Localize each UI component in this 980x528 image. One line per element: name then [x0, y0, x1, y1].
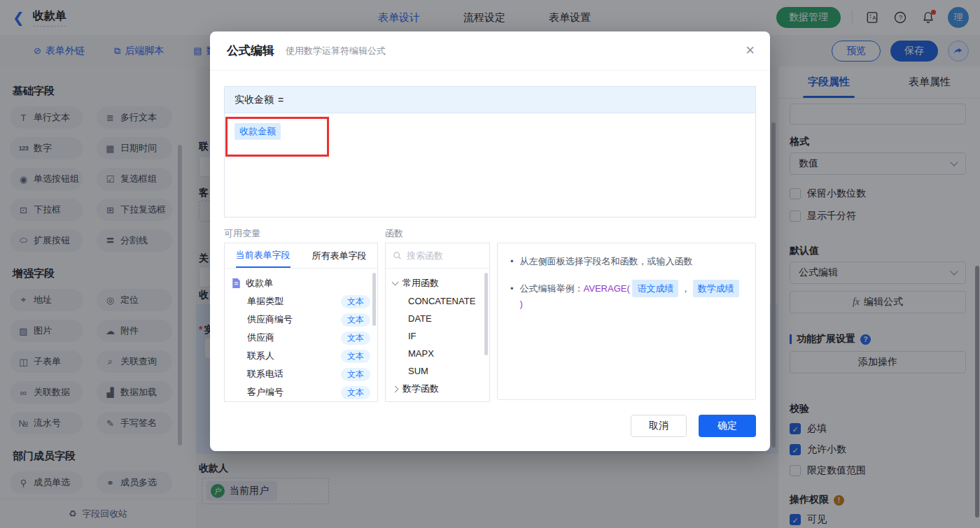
tips-panel: • 从左侧面板选择字段名和函数，或输入函数 • 公式编辑举例：AVERAGE( … — [497, 243, 756, 400]
chevron-right-icon — [392, 385, 399, 392]
type-badge: 文本 — [341, 350, 370, 363]
form-designer-app: ❮ 收款单 表单设计 流程设定 表单设置 数据管理 A ? 理 ⊘表单 — [0, 0, 980, 528]
function-item[interactable]: DATE — [393, 310, 482, 327]
group-text-functions[interactable]: 文本函数 — [393, 398, 482, 402]
function-close: ) — [520, 299, 523, 309]
formula-target-band: 实收金额 = — [225, 87, 755, 113]
function-item[interactable]: CONCATENATE — [393, 292, 482, 310]
type-badge: 文本 — [341, 386, 370, 399]
document-icon — [232, 278, 241, 288]
confirm-button[interactable]: 确定 — [699, 415, 756, 437]
equals-sign: = — [278, 94, 284, 106]
formula-edit-dialog: 公式编辑 使用数学运算符编辑公式 × 实收金额 = 收款金额 可用变量 函数 当… — [210, 31, 770, 451]
dialog-subtitle: 使用数学运算符编辑公式 — [286, 45, 386, 57]
bullet: • — [510, 282, 514, 296]
tab-current-form-fields[interactable]: 当前表单字段 — [225, 243, 301, 268]
formula-target: 实收金额 — [234, 94, 274, 106]
function-item[interactable]: IF — [393, 327, 482, 345]
tab-all-form-fields[interactable]: 所有表单字段 — [301, 243, 377, 268]
function-name: AVERAGE( — [584, 283, 630, 294]
variable-row[interactable]: 单据类型文本 — [232, 292, 370, 311]
function-item[interactable]: SUM — [393, 362, 482, 380]
tree-root-form[interactable]: 收款单 — [232, 274, 370, 292]
functions-label: 函数 — [385, 227, 403, 240]
function-search[interactable] — [386, 243, 489, 269]
type-badge: 文本 — [341, 368, 370, 381]
variable-row[interactable]: 供应商文本 — [232, 329, 370, 347]
formula-body[interactable]: 收款金额 — [225, 113, 755, 150]
example-field-chip: 语文成绩 — [632, 280, 678, 298]
formula-editor[interactable]: 实收金额 = 收款金额 — [224, 86, 756, 217]
tip-text: 从左侧面板选择字段名和函数，或输入函数 — [520, 255, 693, 269]
variable-row[interactable]: 客户编号文本 — [232, 383, 370, 401]
type-badge: 文本 — [341, 313, 370, 327]
type-badge: 文本 — [341, 295, 370, 308]
formula-field-chip[interactable]: 收款金额 — [234, 123, 281, 140]
search-icon — [393, 251, 402, 260]
dialog-title: 公式编辑 — [227, 43, 274, 59]
tip-example: 公式编辑举例：AVERAGE( 语文成绩 ， 数学成绩 ) — [520, 280, 743, 311]
variable-row[interactable]: 供应商编号文本 — [232, 311, 370, 329]
variables-scrollbar[interactable] — [372, 273, 376, 326]
variables-label: 可用变量 — [224, 227, 260, 240]
group-common-functions[interactable]: 常用函数 — [393, 274, 482, 292]
group-math-functions[interactable]: 数学函数 — [393, 380, 482, 398]
chevron-down-icon — [392, 279, 399, 286]
bullet: • — [510, 255, 514, 269]
functions-scrollbar[interactable] — [484, 273, 488, 355]
variables-panel: 当前表单字段 所有表单字段 收款单 单据类型文本 供应商编号文本 供应商文本 联… — [224, 243, 378, 402]
example-field-chip: 数学成绩 — [693, 280, 739, 298]
function-item[interactable]: MAPX — [393, 345, 482, 362]
type-badge: 文本 — [341, 331, 370, 345]
close-icon[interactable]: × — [746, 43, 755, 58]
functions-panel: 常用函数 CONCATENATE DATE IF MAPX SUM 数学函数 文… — [385, 243, 490, 402]
variable-row[interactable]: 联系人文本 — [232, 347, 370, 365]
function-search-input[interactable] — [407, 250, 477, 261]
cancel-button[interactable]: 取消 — [631, 415, 687, 437]
variable-row[interactable]: 联系电话文本 — [232, 365, 370, 383]
